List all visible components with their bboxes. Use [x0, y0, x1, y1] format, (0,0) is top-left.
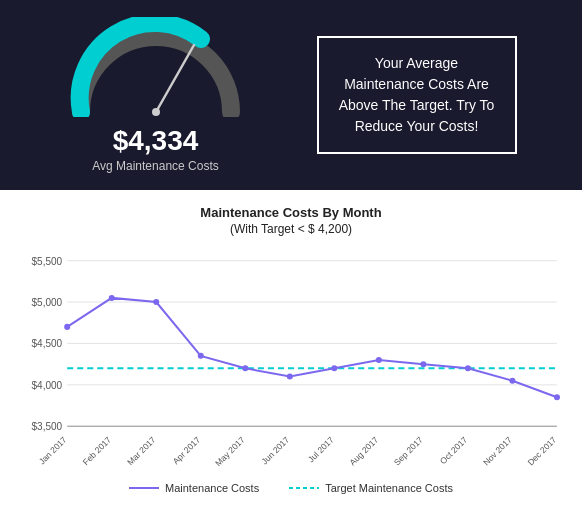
- alert-box: Your Average Maintenance Costs Are Above…: [317, 36, 517, 154]
- svg-line-0: [156, 45, 194, 112]
- chart-svg: $3,500$4,000$4,500$5,000$5,500Jan 2017Fe…: [15, 246, 567, 476]
- chart-legend: Maintenance Costs Target Maintenance Cos…: [15, 482, 567, 494]
- svg-point-34: [420, 361, 426, 367]
- bottom-panel: Maintenance Costs By Month (With Target …: [0, 190, 582, 522]
- gauge-svg: [66, 17, 246, 117]
- svg-text:$3,500: $3,500: [32, 421, 63, 432]
- chart-area: $3,500$4,000$4,500$5,000$5,500Jan 2017Fe…: [15, 246, 567, 476]
- alert-text: Your Average Maintenance Costs Are Above…: [339, 55, 495, 134]
- svg-text:$5,000: $5,000: [32, 297, 63, 308]
- svg-text:Mar 2017: Mar 2017: [125, 434, 158, 467]
- svg-text:Nov 2017: Nov 2017: [481, 434, 514, 467]
- svg-text:$4,500: $4,500: [32, 338, 63, 349]
- svg-point-37: [554, 394, 560, 400]
- svg-point-35: [465, 365, 471, 371]
- svg-point-28: [153, 299, 159, 305]
- svg-text:Jan 2017: Jan 2017: [37, 434, 69, 466]
- legend-item-maintenance: Maintenance Costs: [129, 482, 259, 494]
- chart-title: Maintenance Costs By Month: [15, 205, 567, 220]
- svg-point-33: [376, 357, 382, 363]
- svg-text:$4,000: $4,000: [32, 380, 63, 391]
- svg-text:$5,500: $5,500: [32, 256, 63, 267]
- legend-item-target: Target Maintenance Costs: [289, 482, 453, 494]
- legend-line-purple: [129, 487, 159, 489]
- legend-label-target: Target Maintenance Costs: [325, 482, 453, 494]
- svg-text:Oct 2017: Oct 2017: [438, 434, 470, 466]
- legend-label-maintenance: Maintenance Costs: [165, 482, 259, 494]
- svg-point-30: [242, 365, 248, 371]
- svg-text:Jul 2017: Jul 2017: [306, 434, 336, 464]
- svg-text:Sep 2017: Sep 2017: [392, 434, 425, 467]
- svg-point-26: [64, 324, 70, 330]
- svg-text:Dec 2017: Dec 2017: [526, 434, 559, 467]
- legend-line-teal-svg: [289, 483, 319, 493]
- svg-point-31: [287, 374, 293, 380]
- svg-text:Apr 2017: Apr 2017: [171, 434, 203, 466]
- svg-text:Feb 2017: Feb 2017: [81, 434, 114, 467]
- top-panel: $4,334 Avg Maintenance Costs Your Averag…: [0, 0, 582, 190]
- gauge-label: Avg Maintenance Costs: [92, 159, 219, 173]
- svg-point-32: [331, 365, 337, 371]
- gauge-section: $4,334 Avg Maintenance Costs: [66, 17, 246, 173]
- gauge-value: $4,334: [113, 125, 199, 157]
- svg-point-1: [152, 108, 160, 116]
- svg-text:Jun 2017: Jun 2017: [259, 434, 291, 466]
- svg-text:May 2017: May 2017: [213, 434, 247, 468]
- svg-text:Aug 2017: Aug 2017: [347, 434, 380, 467]
- chart-subtitle: (With Target < $ 4,200): [15, 222, 567, 236]
- gauge-container: [66, 17, 246, 117]
- svg-point-29: [198, 353, 204, 359]
- svg-point-36: [509, 378, 515, 384]
- svg-point-27: [109, 295, 115, 301]
